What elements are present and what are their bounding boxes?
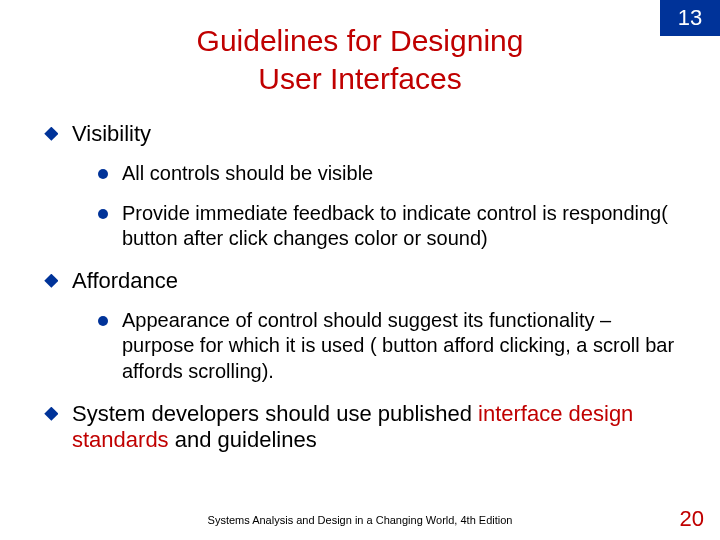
bullet-affordance: Affordance xyxy=(44,268,676,294)
list-item: Provide immediate feedback to indicate c… xyxy=(98,201,676,252)
list-item: All controls should be visible xyxy=(98,161,676,187)
bullet-label: Affordance xyxy=(72,268,178,294)
slide-title: Guidelines for Designing User Interfaces xyxy=(120,22,600,97)
chapter-number-badge: 13 xyxy=(660,0,720,36)
diamond-bullet-icon xyxy=(44,127,58,141)
svg-rect-2 xyxy=(44,407,58,421)
bullet-text: System developers should use published i… xyxy=(72,401,676,453)
bullet-standards: System developers should use published i… xyxy=(44,401,676,453)
text-suffix: and guidelines xyxy=(169,427,317,452)
dot-bullet-icon xyxy=(98,169,108,179)
text-prefix: System developers should use published xyxy=(72,401,478,426)
bullet-visibility: Visibility xyxy=(44,121,676,147)
diamond-bullet-icon xyxy=(44,407,58,421)
page-number: 20 xyxy=(680,506,704,532)
subitem-text: All controls should be visible xyxy=(122,161,373,187)
affordance-subitems: Appearance of control should suggest its… xyxy=(98,308,676,385)
slide-body: Visibility All controls should be visibl… xyxy=(44,121,676,453)
bullet-label: Visibility xyxy=(72,121,151,147)
list-item: Appearance of control should suggest its… xyxy=(98,308,676,385)
dot-bullet-icon xyxy=(98,316,108,326)
title-line-1: Guidelines for Designing xyxy=(197,24,524,57)
dot-bullet-icon xyxy=(98,209,108,219)
footer-source-text: Systems Analysis and Design in a Changin… xyxy=(0,514,720,526)
svg-rect-0 xyxy=(44,127,58,141)
title-line-2: User Interfaces xyxy=(258,62,461,95)
diamond-bullet-icon xyxy=(44,274,58,288)
subitem-text: Appearance of control should suggest its… xyxy=(122,308,676,385)
visibility-subitems: All controls should be visible Provide i… xyxy=(98,161,676,252)
subitem-text: Provide immediate feedback to indicate c… xyxy=(122,201,676,252)
svg-rect-1 xyxy=(44,274,58,288)
